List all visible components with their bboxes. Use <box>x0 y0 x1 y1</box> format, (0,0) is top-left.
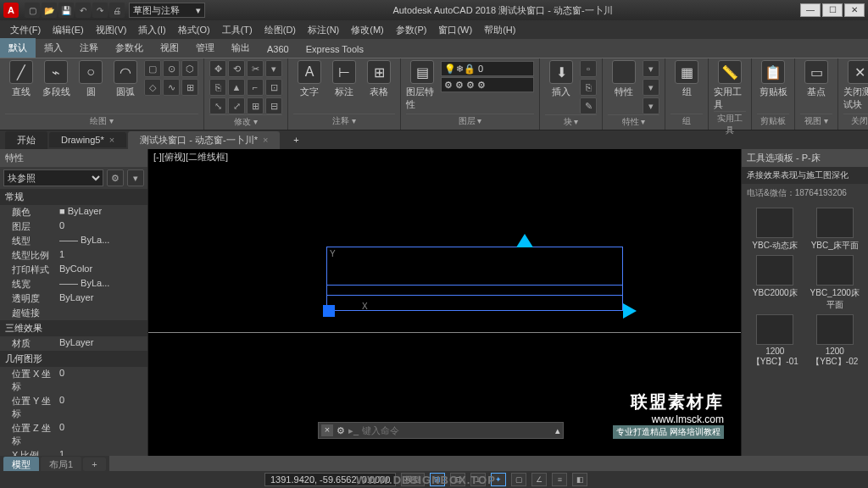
prop-cat-general[interactable]: 常规 <box>0 189 147 205</box>
tool-layer-props[interactable]: ▤图层特性 <box>406 60 438 111</box>
tool-base[interactable]: ▭基点 <box>800 60 832 98</box>
menu-param[interactable]: 参数(P) <box>391 22 432 38</box>
ribbon-tab-view[interactable]: 视图 <box>152 38 187 58</box>
tool-utilities[interactable]: 📏实用工具 <box>714 60 746 111</box>
properties-selector[interactable]: 块参照 <box>3 169 103 186</box>
stretch-icon[interactable]: ⤡ <box>209 97 226 114</box>
tool-text[interactable]: A文字 <box>293 60 326 98</box>
panel-block-label[interactable]: 块 ▾ <box>545 114 597 129</box>
fillet-icon[interactable]: ⌐ <box>247 79 264 96</box>
workspace-combo[interactable]: 草图与注释▾ <box>129 3 205 18</box>
tool-group[interactable]: ▦组 <box>670 60 703 98</box>
menu-dim[interactable]: 标注(N) <box>303 22 344 38</box>
menu-file[interactable]: 文件(F) <box>5 22 46 38</box>
pick-add-icon[interactable]: ▾ <box>127 169 144 186</box>
qat-new-icon[interactable]: ▢ <box>25 3 40 18</box>
grip-basepoint[interactable] <box>323 305 335 317</box>
scale-icon[interactable]: ⤢ <box>228 97 245 114</box>
status-transparency-icon[interactable]: ◧ <box>572 473 587 486</box>
mirror-icon[interactable]: ▲ <box>228 79 245 96</box>
close-button[interactable]: ✕ <box>844 3 865 17</box>
layer-tools[interactable]: ⚙ ⚙ ⚙ ⚙ <box>441 77 534 92</box>
trim-icon[interactable]: ✂ <box>247 60 264 77</box>
viewport-label[interactable]: [-][俯视][二维线框] <box>153 151 228 164</box>
palette-item[interactable]: YBC-动态床 <box>747 208 804 252</box>
palette-item[interactable]: YBC_床平面 <box>807 208 864 252</box>
prop-row[interactable]: 线型比例1 <box>0 248 147 263</box>
panel-layer-label[interactable]: 图层 ▾ <box>406 114 534 128</box>
tool-close-block[interactable]: ✕关闭测试块 <box>843 60 868 111</box>
menu-insert[interactable]: 插入(I) <box>133 22 170 38</box>
tool-polyline[interactable]: ⌁多段线 <box>40 60 72 98</box>
tab-close-icon[interactable]: × <box>109 135 114 145</box>
ribbon-tab-parametric[interactable]: 参数化 <box>107 38 152 58</box>
layout-add[interactable]: + <box>83 458 105 471</box>
array-icon[interactable]: ⊞ <box>247 97 264 114</box>
panel-modify-label[interactable]: 修改 ▾ <box>209 114 282 129</box>
prop-cat-3d[interactable]: 三维效果 <box>0 320 147 336</box>
prop-row[interactable]: 图层0 <box>0 219 147 234</box>
move-icon[interactable]: ✥ <box>209 60 226 77</box>
drawing-canvas[interactable]: [-][俯视][二维线框] Y X × ⚙ ▸_ ▴ 联盟素材库 www.lms… <box>148 149 741 456</box>
qat-undo-icon[interactable]: ↶ <box>75 3 91 18</box>
panel-draw-label[interactable]: 绘图 ▾ <box>5 114 198 128</box>
tab-close-icon[interactable]: × <box>263 135 268 145</box>
tool-line[interactable]: ╱直线 <box>5 60 37 98</box>
qat-open-icon[interactable]: 📂 <box>42 3 57 18</box>
tool-arc[interactable]: ◠圆弧 <box>109 60 142 98</box>
block-line[interactable] <box>326 295 623 296</box>
cmdline-close-icon[interactable]: × <box>321 424 333 436</box>
menu-window[interactable]: 窗口(W) <box>433 22 477 38</box>
prop-row[interactable]: 颜色■ ByLayer <box>0 205 147 219</box>
layout-tab[interactable]: 布局1 <box>41 457 81 473</box>
palette-item[interactable]: YBC2000床 <box>747 255 804 311</box>
tool-clipboard[interactable]: 📋剪贴板 <box>757 60 789 98</box>
status-otrack-icon[interactable]: ∠ <box>531 473 547 486</box>
prop-row[interactable]: 位置 Y 坐标0 <box>0 394 147 421</box>
menu-tools[interactable]: 工具(T) <box>217 22 258 38</box>
app-logo[interactable]: A <box>3 3 19 18</box>
prop-row[interactable]: 位置 X 坐标0 <box>0 367 147 394</box>
doc-tab-test[interactable]: 测试块窗口 - 动态窗-一卜川*× <box>128 131 280 149</box>
doc-tab-new[interactable]: + <box>281 132 310 147</box>
qat-redo-icon[interactable]: ↷ <box>92 3 108 18</box>
panel-annot-label[interactable]: 注释 ▾ <box>293 114 395 128</box>
palette-item[interactable]: YBC_1200床平面 <box>807 255 864 311</box>
prop-row[interactable]: 打印样式ByColor <box>0 263 147 277</box>
menu-help[interactable]: 帮助(H) <box>479 22 520 38</box>
draw-mini-icon[interactable]: ▢ <box>144 60 161 77</box>
ribbon-tab-annotate[interactable]: 注释 <box>71 38 107 58</box>
cmdline-chevron-icon[interactable]: ▴ <box>555 425 560 436</box>
qat-plot-icon[interactable]: 🖨 <box>109 3 125 18</box>
prop-row[interactable]: 线宽—— ByLa... <box>0 277 147 291</box>
ribbon-tab-default[interactable]: 默认 <box>0 38 36 58</box>
prop-row[interactable]: 材质ByLayer <box>0 336 147 351</box>
palette-item[interactable]: 1200 【YBC】-01 <box>747 314 804 368</box>
menu-format[interactable]: 格式(O) <box>173 22 215 38</box>
tool-circle[interactable]: ○圆 <box>75 60 107 98</box>
quick-select-icon[interactable]: ⚙ <box>107 169 124 186</box>
ribbon-tab-output[interactable]: 输出 <box>223 38 259 58</box>
rotate-icon[interactable]: ⟲ <box>228 60 245 77</box>
ribbon-tab-a360[interactable]: A360 <box>259 41 298 58</box>
status-osnap-icon[interactable]: ▢ <box>511 473 526 486</box>
menu-edit[interactable]: 编辑(E) <box>47 22 89 38</box>
prop-row[interactable]: 位置 Z 坐标0 <box>0 421 147 448</box>
command-input[interactable] <box>362 425 552 435</box>
prop-row[interactable]: 线型—— ByLa... <box>0 234 147 248</box>
prop-cat-geom[interactable]: 几何图形 <box>0 351 147 367</box>
doc-tab-start[interactable]: 开始 <box>5 131 47 149</box>
tool-dim[interactable]: ⊢标注 <box>328 60 360 98</box>
grip-stretch-up[interactable] <box>516 234 533 247</box>
palette-item[interactable]: 1200 【YBC】-02 <box>807 314 864 368</box>
layer-combo[interactable]: 💡❄🔒 0 <box>441 61 534 76</box>
block-rectangle[interactable] <box>326 247 623 311</box>
menu-draw[interactable]: 绘图(D) <box>259 22 301 38</box>
qat-save-icon[interactable]: 💾 <box>58 3 74 18</box>
minimize-button[interactable]: — <box>800 3 821 17</box>
status-lwt-icon[interactable]: ≡ <box>552 473 567 486</box>
block-line[interactable] <box>326 285 623 286</box>
cmdline-settings-icon[interactable]: ⚙ <box>337 425 345 436</box>
maximize-button[interactable]: ☐ <box>822 3 843 17</box>
grip-stretch-right[interactable] <box>623 303 637 319</box>
